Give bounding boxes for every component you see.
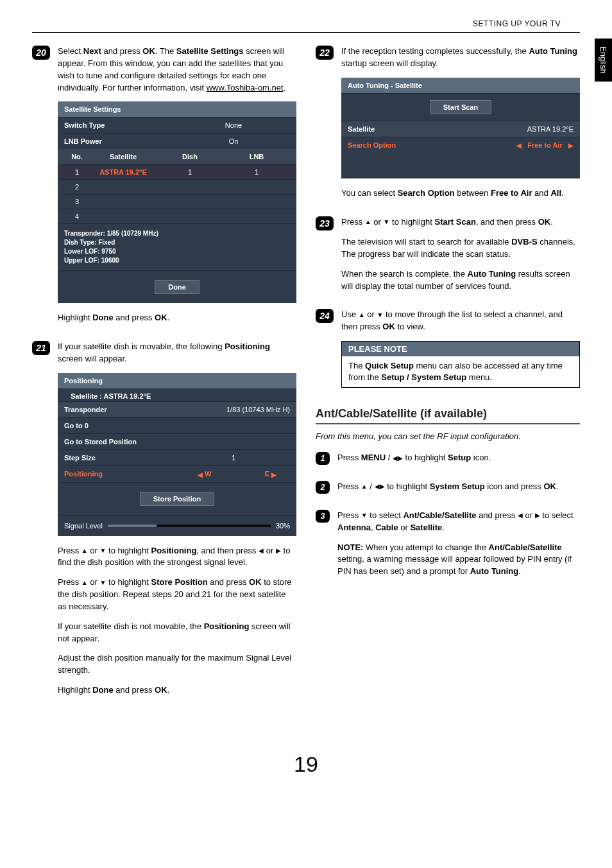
step-21-text: If your satellite dish is movable, the f… — [58, 341, 296, 365]
signal-label: Signal Level — [64, 522, 103, 530]
section-subtitle: From this menu, you can set the RF input… — [316, 431, 580, 443]
step-23-text-2: The television will start to search for … — [341, 236, 580, 261]
section-step-1: Press MENU / to highlight Setup icon. — [337, 452, 580, 464]
triangle-down-icon — [100, 579, 106, 586]
start-scan-button: Start Scan — [430, 100, 491, 114]
step-24-text: Use or to move through the list to selec… — [341, 309, 580, 333]
signal-value: 30% — [276, 522, 290, 530]
triangle-up-icon — [361, 483, 368, 490]
please-note-box: PLEASE NOTE The Quick Setup menu can als… — [341, 341, 580, 388]
right-column: 22 If the reception testing completes su… — [316, 46, 580, 713]
panel-title: Satellite Settings — [58, 101, 296, 117]
header-section: SETTING UP YOUR TV — [32, 19, 580, 28]
triangle-up-icon — [81, 579, 88, 586]
table-row: 1 ASTRA 19.2°E 1 1 — [58, 164, 296, 179]
highlight-done-text: Highlight Done and press OK. — [58, 312, 296, 324]
step-3-badge: 3 — [316, 510, 330, 523]
triangle-right-icon — [276, 547, 281, 554]
search-option-text: You can select Search Option between Fre… — [341, 187, 580, 200]
step-21-badge: 21 — [32, 341, 50, 355]
step-2-badge: 2 — [316, 481, 330, 494]
triangle-left-icon — [516, 142, 522, 149]
triangle-left-icon — [375, 483, 380, 490]
section-step-3-note: NOTE: When you attempt to change the Ant… — [337, 542, 580, 578]
triangle-down-icon — [361, 512, 368, 519]
page-number: 19 — [32, 752, 580, 777]
triangle-up-icon — [359, 311, 365, 318]
table-row: 4 — [58, 209, 296, 223]
auto-tuning-panel: Auto Tuning - Satellite Start Scan Satel… — [341, 78, 580, 179]
triangle-up-icon — [81, 547, 88, 554]
note-heading: PLEASE NOTE — [342, 342, 579, 356]
note-body: The Quick Setup menu can also be accesse… — [342, 356, 579, 387]
positioning-instruction-5: Highlight Done and press OK. — [58, 684, 296, 697]
step-22-text: If the reception testing completes succe… — [341, 46, 580, 70]
section-heading: Ant/Cable/Satellite (if available) — [316, 407, 580, 424]
triangle-right-icon — [380, 483, 385, 490]
triangle-right-icon — [271, 471, 276, 478]
step-20-badge: 20 — [32, 46, 50, 60]
positioning-instruction-1: Press or to highlight Positioning, and t… — [58, 545, 296, 569]
step-23-text-3: When the search is complete, the Auto Tu… — [341, 268, 580, 293]
step-23-text-1: Press or to highlight Start Scan, and th… — [341, 216, 580, 229]
header-rule — [32, 32, 580, 33]
left-column: 20 Select Next and press OK. The Satelli… — [32, 46, 296, 713]
positioning-instruction-3: If your satellite dish is not movable, t… — [58, 621, 296, 645]
section-step-3: Press to select Ant/Cable/Satellite and … — [337, 510, 580, 534]
triangle-down-icon — [377, 311, 383, 318]
triangle-up-icon — [365, 218, 371, 225]
step-20-text: Select Next and press OK. The Satellite … — [58, 46, 296, 94]
step-24-badge: 24 — [316, 309, 334, 323]
triangle-left-icon — [198, 471, 203, 478]
triangle-down-icon — [100, 547, 106, 554]
panel-title: Positioning — [58, 373, 296, 388]
store-position-button: Store Position — [140, 492, 215, 506]
triangle-right-icon — [398, 455, 403, 462]
step-1-badge: 1 — [316, 452, 330, 465]
table-row: 2 — [58, 179, 296, 194]
triangle-right-icon — [568, 142, 574, 149]
section-step-2: Press / to highlight System Setup icon a… — [337, 481, 580, 493]
signal-bar — [108, 525, 271, 527]
done-button: Done — [155, 280, 200, 294]
step-23-badge: 23 — [316, 216, 334, 230]
table-row: 3 — [58, 194, 296, 209]
panel-title: Auto Tuning - Satellite — [341, 78, 580, 93]
positioning-instruction-2: Press or to highlight Store Position and… — [58, 577, 296, 613]
positioning-panel: Positioning Satellite : ASTRA 19.2°E Tra… — [58, 373, 296, 536]
triangle-left-icon — [259, 547, 264, 554]
positioning-instruction-4: Adjust the dish position manually for th… — [58, 652, 296, 677]
satellite-settings-panel: Satellite Settings Switch TypeNone LNB P… — [58, 101, 296, 303]
triangle-right-icon — [535, 512, 540, 519]
triangle-left-icon — [518, 512, 523, 519]
triangle-left-icon — [393, 455, 398, 462]
transponder-info: Transponder: 1/85 (10729 MHz) Dish Type:… — [58, 223, 296, 270]
language-tab: English — [595, 39, 612, 82]
step-22-badge: 22 — [316, 46, 334, 60]
triangle-down-icon — [384, 218, 390, 225]
